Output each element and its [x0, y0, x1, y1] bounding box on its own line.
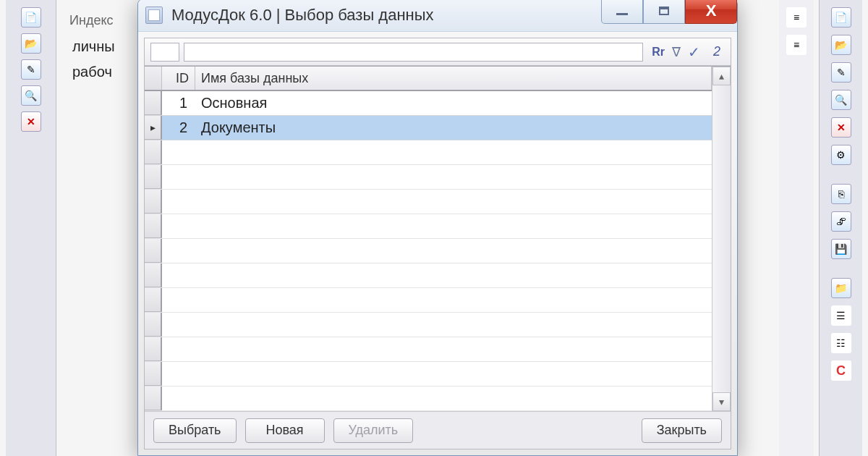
grid-header: ID Имя базы данных — [145, 67, 712, 91]
dialog-titlebar[interactable]: МодусДок 6.0 | Выбор базы данных X — [138, 0, 737, 32]
filter-icon[interactable]: ∇ — [672, 44, 681, 60]
filter-name-input[interactable] — [184, 43, 643, 62]
dialog-title: МодусДок 6.0 | Выбор базы данных — [171, 6, 601, 25]
empty-row — [145, 288, 712, 313]
search-icon: 🔍 — [831, 90, 851, 110]
row-marker — [145, 91, 162, 115]
delete-icon: ✕ — [831, 117, 851, 138]
empty-row — [145, 337, 712, 362]
database-select-dialog: МодусДок 6.0 | Выбор базы данных X Rr ∇ … — [137, 0, 738, 456]
column-name[interactable]: Имя базы данных — [195, 67, 712, 90]
dialog-button-row: Выбрать Новая Удалить Закрыть — [145, 411, 731, 449]
edit-icon: ✎ — [831, 62, 851, 83]
empty-row — [145, 239, 712, 263]
save-icon: 💾 — [831, 239, 851, 259]
empty-row — [145, 190, 712, 214]
grid-body: 1Основная2Документы — [145, 91, 712, 411]
copy-icon: ⎘ — [831, 184, 851, 204]
lines-icon: ≡ — [786, 35, 807, 55]
row-name: Документы — [195, 116, 712, 140]
empty-row — [145, 214, 712, 239]
settings-icon: ⚙ — [831, 145, 851, 165]
grid-corner — [145, 67, 162, 90]
doc-open-icon: 📂 — [21, 33, 41, 54]
case-toggle-icon[interactable]: Rr — [652, 46, 665, 59]
scroll-up-icon[interactable]: ▴ — [712, 67, 731, 85]
table-row[interactable]: 1Основная — [145, 91, 712, 116]
column-id[interactable]: ID — [162, 67, 195, 90]
filter-toolbar: Rr ∇ ✓ 2 — [145, 38, 731, 66]
doc-icon: 📄 — [831, 7, 851, 28]
row-id: 1 — [162, 91, 195, 115]
scroll-track[interactable] — [712, 85, 731, 392]
doc-search-icon: 🔍 — [21, 85, 41, 106]
lines-icon: ≡ — [786, 7, 807, 28]
empty-row — [145, 140, 712, 165]
table-row[interactable]: 2Документы — [145, 116, 712, 140]
close-dialog-button[interactable]: Закрыть — [642, 418, 722, 443]
apply-filter-icon[interactable]: ✓ — [688, 43, 700, 61]
empty-row — [145, 362, 712, 387]
doc-edit-icon: ✎ — [21, 59, 41, 80]
row-marker — [145, 116, 162, 140]
app-icon — [145, 7, 163, 24]
row-id: 2 — [162, 116, 195, 140]
doc-delete-icon: ✕ — [21, 111, 41, 132]
list-icon: ☰ — [831, 305, 851, 326]
scroll-down-icon[interactable]: ▾ — [712, 392, 731, 411]
list-icon: ☷ — [831, 333, 851, 353]
filter-id-input[interactable] — [150, 43, 179, 62]
vertical-scrollbar[interactable]: ▴ ▾ — [712, 67, 731, 411]
new-button[interactable]: Новая — [245, 418, 325, 443]
bg-left-toolbar: 📄 📂 ✎ 🔍 ✕ — [6, 0, 56, 456]
doc-new-icon: 📄 — [21, 7, 41, 28]
row-name: Основная — [195, 91, 712, 115]
empty-row — [145, 387, 712, 411]
bg-right-toolbar: 📄 📂 ✎ 🔍 ✕ ⚙ ⎘ 🖇 💾 📁 ☰ ☷ C — [819, 0, 862, 456]
database-grid: ID Имя базы данных 1Основная2Документы ▴… — [145, 66, 731, 411]
empty-row — [145, 313, 712, 337]
select-button[interactable]: Выбрать — [153, 418, 237, 443]
minimize-button[interactable] — [601, 0, 643, 24]
attach-icon: 🖇 — [831, 211, 851, 232]
empty-row — [145, 165, 712, 190]
doc-icon: 📂 — [831, 35, 851, 55]
delete-button[interactable]: Удалить — [333, 418, 414, 443]
empty-row — [145, 263, 712, 288]
bg-right-toolbar-2: ≡ ≡ — [779, 0, 814, 456]
dialog-body: Rr ∇ ✓ 2 ID Имя базы данных 1Основная2До… — [144, 38, 731, 449]
maximize-button[interactable] — [643, 0, 685, 24]
row-count: 2 — [713, 44, 720, 59]
close-button[interactable]: X — [685, 0, 737, 24]
c-icon: C — [831, 360, 851, 381]
folder-icon: 📁 — [831, 278, 851, 298]
